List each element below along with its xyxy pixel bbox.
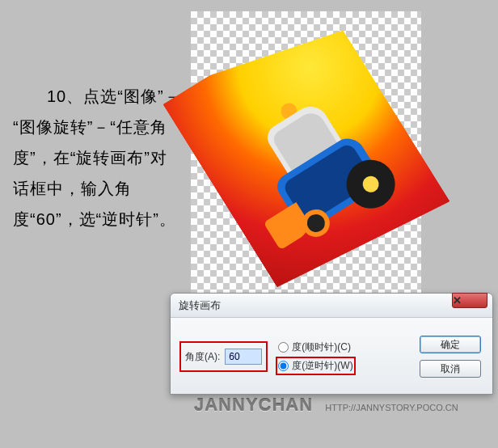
radio-cw[interactable] [278, 342, 289, 353]
dialog-body: 角度(A): 度(顺时针)(C) 度(逆时针)(W) 确定 取消 [171, 318, 492, 394]
dialog-buttons: 确定 取消 [420, 336, 481, 378]
direction-radio-group: 度(顺时针)(C) 度(逆时针)(W) [273, 337, 357, 376]
watermark: JANNYCHAN HTTP://JANNYSTORY.POCO.CN [194, 395, 458, 416]
watermark-name: JANNYCHAN [194, 395, 313, 415]
angle-input[interactable] [225, 349, 262, 365]
cancel-button[interactable]: 取消 [420, 360, 481, 378]
radio-ccw[interactable] [278, 361, 289, 371]
radio-cw-label: 度(顺时针)(C) [292, 340, 351, 354]
canvas-preview [191, 11, 421, 294]
dialog-title-text: 旋转画布 [179, 298, 452, 313]
dialog-titlebar[interactable]: 旋转画布 ✕ [171, 294, 492, 318]
angle-field-group: 角度(A): [182, 344, 265, 370]
radio-ccw-row[interactable]: 度(逆时针)(W) [278, 359, 352, 373]
close-icon: ✕ [453, 294, 487, 306]
watermark-url: HTTP://JANNYSTORY.POCO.CN [325, 403, 458, 412]
ok-button[interactable]: 确定 [420, 336, 481, 353]
radio-ccw-label: 度(逆时针)(W) [292, 359, 352, 373]
instruction-text: 10、点选“图像”－“图像旋转”－“任意角度”，在“旋转画布”对话框中，输入角度… [13, 81, 183, 235]
rotate-canvas-dialog: 旋转画布 ✕ 角度(A): 度(顺时针)(C) 度(逆时针)(W) 确定 取消 [170, 293, 493, 395]
angle-label: 角度(A): [185, 350, 220, 364]
radio-cw-row[interactable]: 度(顺时针)(C) [278, 340, 352, 354]
close-button[interactable]: ✕ [452, 293, 487, 308]
